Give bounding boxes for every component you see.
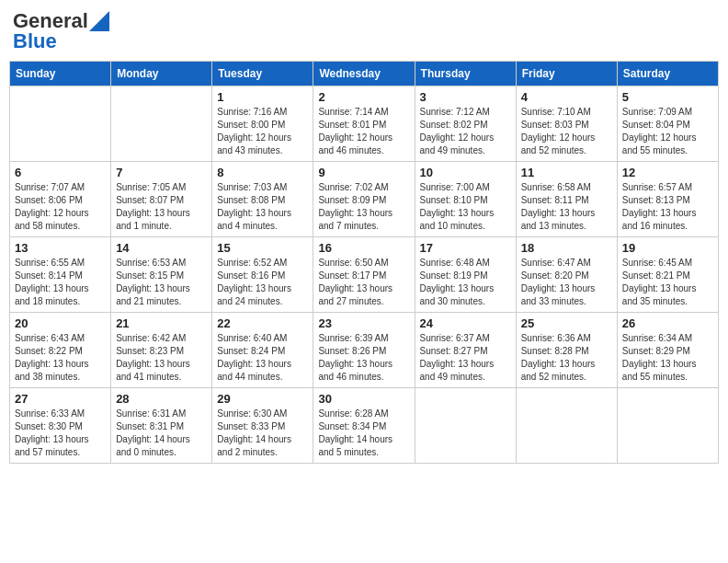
calendar-cell: 20Sunrise: 6:43 AMSunset: 8:22 PMDayligh… bbox=[10, 313, 111, 388]
day-info: Sunrise: 6:40 AMSunset: 8:24 PMDaylight:… bbox=[217, 332, 308, 384]
day-number: 25 bbox=[521, 316, 612, 330]
calendar-week-row: 20Sunrise: 6:43 AMSunset: 8:22 PMDayligh… bbox=[10, 313, 719, 388]
calendar-cell bbox=[111, 86, 212, 162]
day-info: Sunrise: 7:07 AMSunset: 8:06 PMDaylight:… bbox=[15, 181, 106, 233]
calendar-cell: 17Sunrise: 6:48 AMSunset: 8:19 PMDayligh… bbox=[415, 237, 516, 313]
page-header: General Blue bbox=[9, 9, 719, 53]
day-number: 26 bbox=[622, 316, 713, 330]
day-info: Sunrise: 6:47 AMSunset: 8:20 PMDaylight:… bbox=[521, 257, 612, 308]
calendar-cell: 2Sunrise: 7:14 AMSunset: 8:01 PMDaylight… bbox=[313, 86, 415, 162]
calendar-cell bbox=[415, 388, 516, 464]
day-info: Sunrise: 6:28 AMSunset: 8:34 PMDaylight:… bbox=[318, 408, 409, 459]
calendar-cell: 28Sunrise: 6:31 AMSunset: 8:31 PMDayligh… bbox=[111, 388, 212, 464]
day-info: Sunrise: 6:43 AMSunset: 8:22 PMDaylight:… bbox=[15, 332, 106, 384]
day-number: 3 bbox=[420, 90, 511, 104]
day-info: Sunrise: 6:58 AMSunset: 8:11 PMDaylight:… bbox=[521, 181, 612, 233]
calendar-cell: 5Sunrise: 7:09 AMSunset: 8:04 PMDaylight… bbox=[617, 86, 718, 162]
day-number: 19 bbox=[622, 241, 713, 255]
day-info: Sunrise: 7:16 AMSunset: 8:00 PMDaylight:… bbox=[217, 106, 308, 157]
calendar-cell: 10Sunrise: 7:00 AMSunset: 8:10 PMDayligh… bbox=[415, 162, 516, 237]
calendar-cell: 9Sunrise: 7:02 AMSunset: 8:09 PMDaylight… bbox=[313, 162, 415, 237]
calendar-cell: 12Sunrise: 6:57 AMSunset: 8:13 PMDayligh… bbox=[617, 162, 718, 237]
calendar-cell bbox=[617, 388, 718, 464]
calendar-cell: 30Sunrise: 6:28 AMSunset: 8:34 PMDayligh… bbox=[313, 388, 415, 464]
day-number: 21 bbox=[116, 316, 207, 330]
day-number: 23 bbox=[318, 316, 409, 330]
day-number: 17 bbox=[420, 241, 511, 255]
calendar-cell: 1Sunrise: 7:16 AMSunset: 8:00 PMDaylight… bbox=[212, 86, 313, 162]
calendar-cell: 21Sunrise: 6:42 AMSunset: 8:23 PMDayligh… bbox=[111, 313, 212, 388]
calendar-cell: 27Sunrise: 6:33 AMSunset: 8:30 PMDayligh… bbox=[10, 388, 111, 464]
calendar-cell: 24Sunrise: 6:37 AMSunset: 8:27 PMDayligh… bbox=[415, 313, 516, 388]
day-number: 24 bbox=[420, 316, 511, 330]
day-info: Sunrise: 6:48 AMSunset: 8:19 PMDaylight:… bbox=[420, 257, 511, 308]
day-info: Sunrise: 6:37 AMSunset: 8:27 PMDaylight:… bbox=[420, 332, 511, 384]
calendar-week-row: 6Sunrise: 7:07 AMSunset: 8:06 PMDaylight… bbox=[10, 162, 719, 237]
day-number: 10 bbox=[420, 166, 511, 179]
calendar-week-row: 1Sunrise: 7:16 AMSunset: 8:00 PMDaylight… bbox=[10, 86, 719, 162]
day-of-week-header: Wednesday bbox=[313, 62, 415, 86]
day-number: 1 bbox=[217, 90, 308, 104]
day-number: 9 bbox=[318, 166, 409, 179]
day-number: 4 bbox=[521, 90, 612, 104]
calendar-cell: 3Sunrise: 7:12 AMSunset: 8:02 PMDaylight… bbox=[415, 86, 516, 162]
day-number: 13 bbox=[15, 241, 106, 255]
day-number: 15 bbox=[217, 241, 308, 255]
calendar-cell: 14Sunrise: 6:53 AMSunset: 8:15 PMDayligh… bbox=[111, 237, 212, 313]
calendar-week-row: 13Sunrise: 6:55 AMSunset: 8:14 PMDayligh… bbox=[10, 237, 719, 313]
calendar-cell: 18Sunrise: 6:47 AMSunset: 8:20 PMDayligh… bbox=[516, 237, 617, 313]
day-info: Sunrise: 6:31 AMSunset: 8:31 PMDaylight:… bbox=[116, 408, 207, 459]
day-of-week-header: Friday bbox=[516, 62, 617, 86]
calendar-cell: 13Sunrise: 6:55 AMSunset: 8:14 PMDayligh… bbox=[10, 237, 111, 313]
day-info: Sunrise: 7:02 AMSunset: 8:09 PMDaylight:… bbox=[318, 181, 409, 233]
day-info: Sunrise: 6:34 AMSunset: 8:29 PMDaylight:… bbox=[622, 332, 713, 384]
day-number: 20 bbox=[15, 316, 106, 330]
calendar-cell: 23Sunrise: 6:39 AMSunset: 8:26 PMDayligh… bbox=[313, 313, 415, 388]
day-info: Sunrise: 7:12 AMSunset: 8:02 PMDaylight:… bbox=[420, 106, 511, 157]
day-of-week-header: Sunday bbox=[10, 62, 111, 86]
day-info: Sunrise: 6:42 AMSunset: 8:23 PMDaylight:… bbox=[116, 332, 207, 384]
day-of-week-header: Thursday bbox=[415, 62, 516, 86]
day-info: Sunrise: 6:33 AMSunset: 8:30 PMDaylight:… bbox=[15, 408, 106, 459]
calendar-cell: 8Sunrise: 7:03 AMSunset: 8:08 PMDaylight… bbox=[212, 162, 313, 237]
day-number: 18 bbox=[521, 241, 612, 255]
day-info: Sunrise: 6:45 AMSunset: 8:21 PMDaylight:… bbox=[622, 257, 713, 308]
logo-triangle-icon bbox=[89, 11, 109, 31]
day-number: 12 bbox=[622, 166, 713, 179]
day-info: Sunrise: 6:57 AMSunset: 8:13 PMDaylight:… bbox=[622, 181, 713, 233]
day-info: Sunrise: 6:36 AMSunset: 8:28 PMDaylight:… bbox=[521, 332, 612, 384]
calendar-cell: 26Sunrise: 6:34 AMSunset: 8:29 PMDayligh… bbox=[617, 313, 718, 388]
day-info: Sunrise: 6:53 AMSunset: 8:15 PMDaylight:… bbox=[116, 257, 207, 308]
day-of-week-header: Saturday bbox=[617, 62, 718, 86]
calendar-cell: 22Sunrise: 6:40 AMSunset: 8:24 PMDayligh… bbox=[212, 313, 313, 388]
day-number: 5 bbox=[622, 90, 713, 104]
logo-blue-text: Blue bbox=[13, 29, 57, 53]
calendar-cell: 19Sunrise: 6:45 AMSunset: 8:21 PMDayligh… bbox=[617, 237, 718, 313]
calendar-cell bbox=[516, 388, 617, 464]
day-info: Sunrise: 6:50 AMSunset: 8:17 PMDaylight:… bbox=[318, 257, 409, 308]
day-info: Sunrise: 6:39 AMSunset: 8:26 PMDaylight:… bbox=[318, 332, 409, 384]
day-info: Sunrise: 7:03 AMSunset: 8:08 PMDaylight:… bbox=[217, 181, 308, 233]
calendar-cell: 11Sunrise: 6:58 AMSunset: 8:11 PMDayligh… bbox=[516, 162, 617, 237]
day-info: Sunrise: 6:52 AMSunset: 8:16 PMDaylight:… bbox=[217, 257, 308, 308]
day-info: Sunrise: 7:05 AMSunset: 8:07 PMDaylight:… bbox=[116, 181, 207, 233]
day-info: Sunrise: 7:10 AMSunset: 8:03 PMDaylight:… bbox=[521, 106, 612, 157]
day-info: Sunrise: 7:00 AMSunset: 8:10 PMDaylight:… bbox=[420, 181, 511, 233]
day-info: Sunrise: 7:09 AMSunset: 8:04 PMDaylight:… bbox=[622, 106, 713, 157]
calendar-cell: 4Sunrise: 7:10 AMSunset: 8:03 PMDaylight… bbox=[516, 86, 617, 162]
calendar-cell bbox=[10, 86, 111, 162]
day-info: Sunrise: 7:14 AMSunset: 8:01 PMDaylight:… bbox=[318, 106, 409, 157]
day-number: 27 bbox=[15, 392, 106, 406]
day-number: 30 bbox=[318, 392, 409, 406]
day-number: 7 bbox=[116, 166, 207, 179]
calendar-cell: 15Sunrise: 6:52 AMSunset: 8:16 PMDayligh… bbox=[212, 237, 313, 313]
day-info: Sunrise: 6:55 AMSunset: 8:14 PMDaylight:… bbox=[15, 257, 106, 308]
day-number: 6 bbox=[15, 166, 106, 179]
svg-marker-0 bbox=[89, 11, 109, 31]
calendar-cell: 29Sunrise: 6:30 AMSunset: 8:33 PMDayligh… bbox=[212, 388, 313, 464]
day-number: 22 bbox=[217, 316, 308, 330]
day-of-week-header: Tuesday bbox=[212, 62, 313, 86]
logo: General Blue bbox=[13, 9, 109, 53]
calendar-cell: 6Sunrise: 7:07 AMSunset: 8:06 PMDaylight… bbox=[10, 162, 111, 237]
day-number: 29 bbox=[217, 392, 308, 406]
